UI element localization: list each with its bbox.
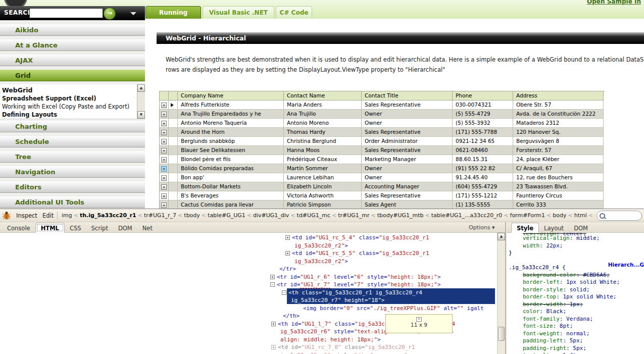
table-row[interactable]: +Ana Trujillo Emparedados y heAna Trujil… (160, 110, 605, 119)
code-line[interactable]: ig_5a33cc20_r7" height="18"> (0, 296, 497, 305)
breadcrumb-item[interactable]: tbody#UG1_mtb (376, 212, 425, 219)
css-property-line[interactable]: border-left: 1px solid White; (507, 279, 644, 286)
table-row[interactable]: +Blondel père et filsFrédérique CiteauxM… (160, 155, 605, 164)
expand-button[interactable]: + (161, 193, 167, 199)
style-tab-style[interactable]: Style (511, 223, 539, 233)
sidebar-item-aikido[interactable]: Aikido (0, 24, 145, 36)
firebug-bug-icon[interactable] (2, 211, 11, 220)
sidebar-item-schedule[interactable]: Schedule (0, 135, 145, 147)
code-line[interactable]: ig_5a33cc20_r2"> (0, 258, 497, 266)
code-line[interactable]: align: middle; height: 18px;"> (0, 336, 497, 344)
expand-button[interactable]: + (161, 157, 167, 163)
node-expander-plus-icon[interactable]: + (285, 235, 290, 240)
column-header-phone[interactable]: Phone (453, 91, 513, 100)
sidebar-item-ajax[interactable]: AJAX (0, 54, 145, 66)
table-row[interactable]: +Around the HornThomas HardySales Repres… (160, 128, 605, 137)
edit-button[interactable]: Edit (40, 209, 56, 222)
sidebar-item-additional-ui-tools[interactable]: Additional UI Tools (0, 196, 145, 208)
breadcrumb-item[interactable]: iframe#Ult...ab1_f (593, 212, 595, 219)
node-expander-minus-icon[interactable]: - (270, 282, 275, 287)
node-expander-minus-icon[interactable]: - (282, 290, 286, 295)
expand-button[interactable]: + (161, 184, 167, 190)
table-row[interactable]: +Cactus Comidas para llevarPatricio Simp… (160, 200, 605, 209)
code-line[interactable]: ig_5a33cc20_r2" style="display: none;"> (0, 351, 497, 354)
code-line[interactable]: +<td id="UG1_rc_7_0" class="ig_5a33cc20_… (0, 343, 497, 351)
table-row[interactable]: +Alfreds FutterkisteMaria AndersSales Re… (160, 100, 605, 110)
inspect-button[interactable]: Inspect (14, 209, 39, 222)
tab-running-sample[interactable]: Running Sample (145, 6, 201, 19)
firebug-tab-dom[interactable]: DOM (113, 223, 137, 233)
css-property-line[interactable]: border-style: solid; (507, 286, 644, 294)
html-panel-scrollbar[interactable]: ▲ (497, 233, 505, 354)
firebug-tab-script[interactable]: Script (86, 223, 113, 233)
search-input[interactable] (29, 8, 103, 18)
breadcrumb-item[interactable]: div#UG1_div (252, 212, 290, 219)
firebug-tab-css[interactable]: CSS (65, 223, 86, 233)
code-line[interactable]: -<th class="ig_5a33cc20_r1 ig_5a33cc20_r… (0, 289, 497, 297)
code-line[interactable]: <img border="0" src="./ig_treeXPPlus.GIF… (0, 305, 497, 313)
breadcrumb-item[interactable]: tr#UG1_r_7 (143, 212, 177, 219)
column-header-contact-name[interactable]: Contact Name (284, 91, 362, 100)
table-row[interactable]: +Bottom-Dollar MarketsElizabeth LincolnA… (160, 182, 605, 191)
expand-button[interactable]: + (161, 103, 167, 108)
sidebar-item-tree[interactable]: Tree (0, 150, 145, 163)
expand-button-highlighted[interactable]: + (161, 166, 167, 172)
node-expander-plus-icon[interactable]: + (270, 275, 275, 279)
expand-button[interactable]: + (161, 203, 167, 208)
code-line[interactable]: ig_5a33cc20_r2"> (0, 242, 497, 250)
open-sample-in-link[interactable]: Open Sample In (587, 0, 641, 5)
css-property-line[interactable]: font-weight: normal; (507, 330, 644, 338)
css-property-line[interactable]: padding-right: 5px; (507, 345, 644, 352)
node-expander-plus-icon[interactable]: + (271, 345, 276, 349)
firebug-tab-html[interactable]: HTML (35, 223, 65, 233)
expand-button[interactable]: + (161, 121, 167, 126)
css-property-line[interactable]: border-top: 1px solid White; (507, 293, 644, 301)
firebug-search-box[interactable] (597, 211, 642, 221)
node-expander-plus-icon[interactable]: + (285, 251, 290, 256)
css-property-line[interactable]: background-color: #CBD6A6; (507, 272, 644, 279)
sidebar-item-grid-active[interactable]: Grid (0, 69, 145, 81)
options-menu[interactable]: Options ▾ (469, 222, 494, 233)
column-header-address[interactable]: Address (513, 91, 604, 100)
expand-button[interactable]: + (161, 130, 167, 135)
css-property-line[interactable]: font-family: Verdana; (507, 316, 644, 323)
scroll-up-icon[interactable]: ▲ (137, 84, 145, 92)
expand-button[interactable]: + (161, 112, 167, 117)
table-row[interactable]: +Bólido Comidas preparadasMartín SommerO… (160, 164, 605, 173)
firebug-tab-net[interactable]: Net (137, 223, 158, 233)
breadcrumb-item[interactable]: th.ig_5a33cc20_r1 (79, 212, 137, 219)
chevron-down-icon[interactable] (130, 12, 136, 15)
breadcrumb-item[interactable]: html (573, 212, 588, 219)
breadcrumb-item[interactable]: body (552, 212, 567, 219)
style-tab-dom[interactable]: DOM (569, 223, 593, 233)
table-row[interactable]: +Antonio Moreno TaqueríaAntonio MorenoOw… (160, 119, 605, 128)
scroll-down-icon[interactable]: ▼ (137, 111, 145, 119)
expand-button[interactable]: + (161, 148, 167, 154)
breadcrumb-item[interactable]: form#Form1 (509, 212, 547, 219)
tab-c-code[interactable]: C# Code (276, 6, 312, 18)
breadcrumb-item[interactable]: tr#UG1_mr (337, 212, 370, 219)
sidebar-item-navigation[interactable]: Navigation (0, 166, 145, 178)
sidebar-item-editors[interactable]: Editors (0, 181, 145, 193)
css-property-line[interactable]: width: 22px; (507, 242, 644, 250)
search-go-button[interactable]: → (104, 8, 116, 20)
submenu-scrollbar[interactable]: ▲ ▼ (137, 84, 145, 119)
css-property-line[interactable]: border-width: 1px; (507, 301, 644, 309)
css-rule-selector[interactable]: .ig_5a33cc20_r4 {Hierarch...G (507, 264, 644, 272)
expand-button[interactable]: + (161, 139, 167, 144)
breadcrumb-item[interactable]: tbody (183, 212, 201, 219)
table-row[interactable]: +Berglunds snabbköpChristina BerglundOrd… (160, 137, 605, 146)
code-line[interactable]: -<tr id="UG1_r_7" level="7" style="heigh… (0, 281, 497, 289)
node-expander-plus-icon[interactable]: + (271, 322, 276, 326)
css-source-link[interactable]: Hierarch...G (608, 261, 644, 269)
breadcrumb-item[interactable]: img (61, 212, 73, 219)
sidebar-subitem-webgrid[interactable]: WebGrid (0, 84, 145, 94)
expand-button[interactable]: + (161, 175, 167, 181)
sidebar-subitem-defining-layouts[interactable]: Defining Layouts (0, 110, 145, 118)
css-property-line[interactable]: padding-left: 5px; (507, 337, 644, 345)
sidebar-item-at-a-glance[interactable]: At a Glance (0, 39, 145, 51)
sidebar-subitem-spreadsheet-support-excel[interactable]: Spreadsheet Support (Excel) (0, 94, 145, 102)
column-header-company-name[interactable]: Company Name (178, 91, 284, 100)
breadcrumb-item[interactable]: table#G_UG1 (207, 212, 246, 219)
table-row[interactable]: +Bon app'Laurence LebihanOwner91.24.45.4… (160, 173, 605, 182)
